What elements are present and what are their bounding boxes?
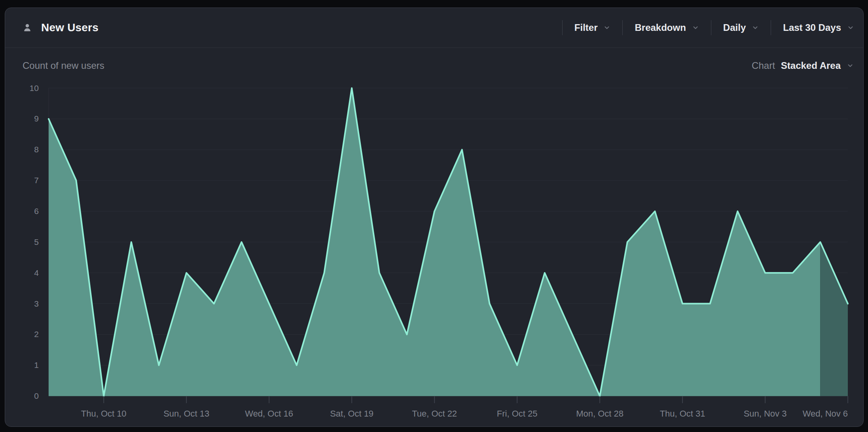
x-axis-label: Wed, Nov 6 bbox=[803, 409, 848, 419]
chevron-down-icon bbox=[847, 62, 854, 69]
x-axis-label: Tue, Oct 22 bbox=[412, 409, 457, 419]
x-axis-label: Sun, Oct 13 bbox=[163, 409, 209, 419]
y-axis-label: 7 bbox=[34, 176, 39, 185]
date-range-dropdown[interactable]: Last 30 Days bbox=[771, 22, 854, 33]
y-axis-label: 9 bbox=[34, 114, 39, 123]
chart-subheader: Count of new users Chart Stacked Area bbox=[5, 48, 863, 83]
interval-dropdown[interactable]: Daily bbox=[711, 22, 771, 33]
y-axis-label: 5 bbox=[34, 237, 39, 246]
y-axis-label: 0 bbox=[34, 391, 39, 400]
x-axis-label: Sat, Oct 19 bbox=[330, 409, 373, 419]
chart-type-label: Chart bbox=[752, 60, 775, 71]
header-controls: Filter Breakdown Daily Last 30 Days bbox=[562, 8, 854, 47]
x-axis-label: Mon, Oct 28 bbox=[576, 409, 624, 419]
y-axis-label: 2 bbox=[34, 330, 39, 339]
y-axis-label: 6 bbox=[34, 207, 39, 216]
y-axis-label: 4 bbox=[34, 268, 39, 277]
card-header: New Users Filter Breakdown Daily Last 30… bbox=[5, 8, 863, 48]
series-line[interactable] bbox=[49, 88, 848, 396]
breakdown-dropdown[interactable]: Breakdown bbox=[623, 22, 711, 33]
x-axis-label: Thu, Oct 10 bbox=[81, 409, 127, 419]
x-axis-label: Sun, Nov 3 bbox=[744, 409, 787, 419]
y-axis-label: 8 bbox=[34, 145, 39, 154]
chart-type-dropdown[interactable]: Chart Stacked Area bbox=[752, 60, 854, 71]
person-icon bbox=[23, 23, 32, 32]
y-axis-label: 10 bbox=[30, 83, 39, 93]
y-axis-label: 3 bbox=[34, 299, 39, 308]
x-axis-label: Fri, Oct 25 bbox=[497, 409, 538, 419]
insight-card: New Users Filter Breakdown Daily Last 30… bbox=[5, 8, 864, 427]
chevron-down-icon bbox=[752, 24, 759, 31]
chevron-down-icon bbox=[847, 24, 854, 31]
area-fill-incomplete bbox=[820, 242, 848, 396]
area-fill bbox=[49, 88, 820, 396]
chart-type-value: Stacked Area bbox=[781, 60, 841, 71]
filter-dropdown[interactable]: Filter bbox=[563, 22, 623, 33]
y-axis-label: 1 bbox=[34, 360, 39, 369]
chevron-down-icon bbox=[603, 24, 610, 31]
chevron-down-icon bbox=[692, 24, 699, 31]
insight-title: New Users bbox=[41, 21, 99, 34]
x-axis-label: Wed, Oct 16 bbox=[245, 409, 293, 419]
metric-label: Count of new users bbox=[23, 60, 104, 71]
x-axis-label: Thu, Oct 31 bbox=[660, 409, 705, 419]
